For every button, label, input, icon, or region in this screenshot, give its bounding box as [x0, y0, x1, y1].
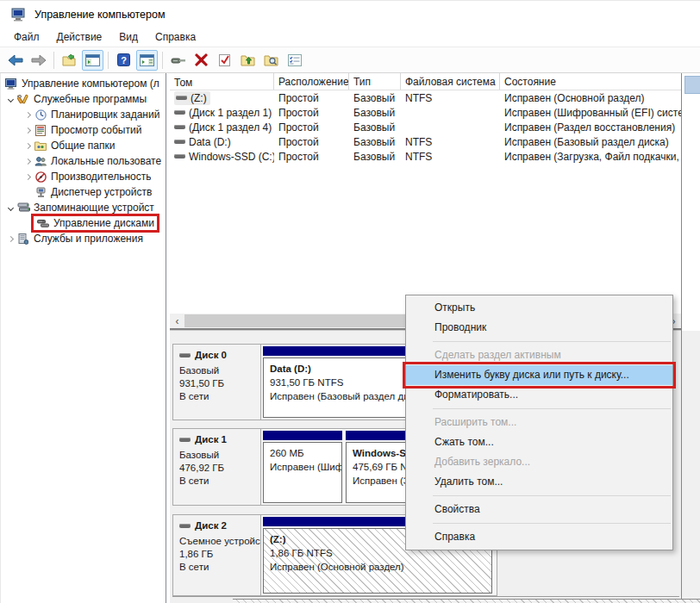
tree-item-shared-folders[interactable]: Общие папки	[1, 138, 166, 153]
volume-row-windows-ssd-c[interactable]: Windows-SSD (C:) Простой Базовый NTFS Ис…	[170, 149, 681, 164]
show-action-pane-button[interactable]	[136, 50, 158, 71]
partition-efi[interactable]: 260 МБ Исправен (Шифрованный	[263, 431, 342, 503]
column-header-status[interactable]: Состояние	[500, 73, 681, 90]
help-button[interactable]: ?	[113, 50, 134, 71]
expander-closed-icon[interactable]	[22, 159, 34, 164]
users-icon	[34, 156, 47, 166]
clock-icon	[34, 109, 47, 121]
partial-bottom-partition	[233, 599, 700, 603]
volume-row-disk1-part1[interactable]: (Диск 1 раздел 1) Простой Базовый Исправ…	[170, 105, 681, 120]
expander-open-icon[interactable]	[4, 97, 16, 102]
tree-item-label: Управление компьютером (л	[18, 78, 159, 90]
console-tree-panel: Управление компьютером (л Служебные прог…	[0, 73, 166, 603]
partition-color-bar	[263, 431, 342, 440]
tree-item-label: Запоминающие устройст	[30, 202, 154, 214]
column-header-filesystem[interactable]: Файловая система	[401, 73, 500, 90]
volume-icon	[174, 154, 185, 159]
menu-separator	[433, 495, 671, 496]
disk-0-label[interactable]: Диск 0 Базовый 931,50 ГБ В сети	[173, 345, 261, 420]
menu-item-extend-volume: Расширить том...	[406, 413, 672, 432]
folder-up-icon	[241, 53, 255, 66]
menu-separator	[433, 408, 671, 409]
menu-item-format[interactable]: Форматировать...	[406, 385, 672, 405]
export-folder-icon	[62, 54, 77, 66]
window-title: Управление компьютером	[34, 9, 166, 21]
expander-closed-icon[interactable]	[22, 144, 34, 148]
forward-button[interactable]	[28, 50, 49, 71]
tool-icon	[171, 55, 186, 65]
expander-closed-icon[interactable]	[4, 237, 16, 241]
menu-item-properties[interactable]: Свойства	[406, 500, 672, 519]
check-document-button[interactable]	[214, 50, 235, 71]
menu-item-delete-volume[interactable]: Удалить том...	[406, 472, 672, 492]
menu-item-mark-partition-active: Сделать раздел активным	[406, 345, 672, 365]
next-disk-row-edge	[172, 596, 679, 597]
tree-item-label: Управление дисками	[50, 217, 154, 229]
forward-arrow-icon	[31, 54, 47, 66]
menu-bar: Файл Действие Вид Справка	[0, 28, 700, 47]
tree-item-task-scheduler[interactable]: Планировщик заданий	[1, 107, 166, 122]
expander-open-icon[interactable]	[4, 206, 16, 210]
right-strip-header	[684, 76, 700, 94]
menu-item-explorer[interactable]: Проводник	[406, 318, 672, 338]
menu-item-change-drive-letter[interactable]: Изменить букву диска или путь к диску...	[406, 365, 672, 385]
tree-item-computer-management[interactable]: Управление компьютером (л	[1, 76, 166, 91]
selected-volume-cell: (Z:)	[174, 91, 210, 105]
tree-item-local-users-groups[interactable]: Локальные пользовате	[1, 153, 166, 169]
tool-button[interactable]	[167, 50, 189, 71]
toolbar-separator	[162, 52, 163, 69]
expander-closed-icon[interactable]	[22, 128, 34, 133]
scroll-left-arrow-icon[interactable]: ‹	[170, 314, 184, 328]
folder-search-button[interactable]	[260, 50, 282, 71]
action-pane-icon	[140, 54, 154, 66]
expander-closed-icon[interactable]	[22, 175, 34, 179]
tree-item-label: Просмотр событий	[47, 124, 141, 136]
volume-icon	[174, 110, 185, 115]
checklist-button[interactable]	[284, 50, 305, 71]
help-icon: ?	[117, 53, 130, 66]
folder-up-button[interactable]	[237, 50, 259, 71]
checklist-icon	[288, 54, 302, 66]
context-menu: Открыть Проводник Сделать раздел активны…	[405, 295, 673, 550]
delete-x-icon	[195, 53, 208, 66]
computer-icon	[4, 78, 18, 90]
volume-row-data-d[interactable]: Data (D:) Простой Базовый NTFS Исправен …	[170, 134, 681, 149]
volume-icon	[176, 96, 187, 100]
volume-icon	[174, 125, 185, 129]
volume-list-header: Том Расположение Тип Файловая система Со…	[170, 73, 681, 90]
show-console-tree-button[interactable]	[82, 50, 103, 71]
toolbar-separator	[53, 52, 54, 69]
tree-item-storage[interactable]: Запоминающие устройст	[1, 200, 166, 215]
tree-item-performance[interactable]: Производительность	[1, 169, 166, 184]
disk-icon	[179, 438, 191, 442]
menu-action[interactable]: Действие	[48, 28, 111, 46]
annotation-red-box-tree: Управление дисками	[34, 216, 157, 230]
disk-1-label[interactable]: Диск 1 Базовый 476,92 ГБ В сети	[173, 429, 261, 505]
menu-item-help[interactable]: Справка	[406, 527, 672, 547]
export-button[interactable]	[59, 50, 80, 71]
menu-file[interactable]: Файл	[5, 28, 48, 46]
volume-icon	[174, 140, 185, 144]
delete-button[interactable]	[191, 50, 212, 71]
expander-closed-icon[interactable]	[22, 113, 34, 117]
column-header-type[interactable]: Тип	[349, 73, 401, 90]
disk-2-label[interactable]: Диск 2 Съемное устройство 1,86 ГБ В сети	[173, 515, 261, 595]
menu-item-shrink-volume[interactable]: Сжать том...	[406, 432, 672, 452]
tree-item-disk-management[interactable]: Управление дисками	[1, 215, 166, 231]
right-panel-strip	[681, 73, 700, 603]
column-header-volume[interactable]: Том	[170, 73, 274, 90]
menu-item-open[interactable]: Открыть	[406, 298, 672, 318]
tree-item-system-tools[interactable]: Служебные программы	[1, 91, 166, 107]
tree-item-device-manager[interactable]: Диспетчер устройств	[1, 184, 166, 200]
menu-help[interactable]: Справка	[147, 28, 204, 46]
back-button[interactable]	[4, 50, 26, 71]
menu-view[interactable]: Вид	[110, 28, 147, 46]
volume-row-disk1-part4[interactable]: (Диск 1 раздел 4) Простой Базовый Исправ…	[170, 120, 681, 134]
console-tree-icon	[85, 54, 100, 66]
performance-gauge-icon	[34, 171, 47, 183]
tree-item-services-applications[interactable]: Службы и приложения	[1, 231, 166, 246]
volume-row-z[interactable]: (Z:) Простой Базовый NTFS Исправен (Осно…	[170, 90, 681, 105]
column-header-layout[interactable]: Расположение	[274, 73, 349, 90]
check-document-icon	[218, 53, 231, 67]
tree-item-event-viewer[interactable]: Просмотр событий	[1, 122, 166, 138]
